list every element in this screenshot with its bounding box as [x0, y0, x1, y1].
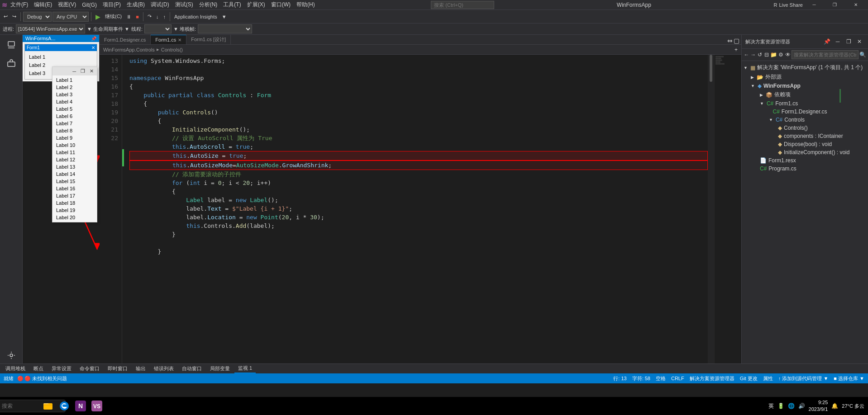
menu-tools[interactable]: 工具(T): [220, 0, 243, 9]
tree-project-root[interactable]: ▼ ◆ WinFormsApp: [742, 82, 868, 90]
popup-label-18[interactable]: Label 18: [52, 199, 97, 207]
status-se[interactable]: 解决方案资源管理器: [690, 375, 734, 382]
tray-battery[interactable]: 🔋: [777, 403, 784, 409]
bottom-tab-auto[interactable]: 自动窗口: [178, 364, 205, 373]
popup-label-19[interactable]: Label 19: [52, 207, 97, 214]
menu-debug[interactable]: 调试(D): [148, 0, 172, 9]
se-pin-button[interactable]: 📌: [822, 37, 832, 47]
editor-scrollbar[interactable]: [708, 55, 714, 363]
tree-controls-class[interactable]: ▼ C# Controls: [742, 116, 868, 124]
tree-initialize[interactable]: ◆ InitializeComponent() : void: [742, 148, 868, 156]
se-refresh-button[interactable]: ↺: [757, 50, 763, 60]
popup-label-6[interactable]: Label 6: [52, 113, 97, 120]
popup-minimize-btn[interactable]: ─: [71, 68, 77, 75]
tray-network[interactable]: 🌐: [788, 403, 795, 409]
toolbar-pause[interactable]: ⏸: [124, 13, 133, 20]
taskbar-vs-icon[interactable]: VS: [90, 399, 104, 413]
menu-window[interactable]: 窗口(W): [268, 0, 293, 9]
debug-config-dropdown[interactable]: Debug: [23, 12, 52, 22]
tree-external-sources[interactable]: ▶ 📂 外部源: [742, 72, 868, 82]
taskbar-explorer-icon[interactable]: [41, 399, 55, 413]
tree-components[interactable]: ◆ components : IContainer: [742, 132, 868, 140]
popup-label-13[interactable]: Label 13: [52, 163, 97, 170]
status-add-code[interactable]: ↑ 添加到源代码管理 ▼: [778, 375, 829, 382]
se-minimize-button[interactable]: ─: [833, 37, 843, 47]
cpu-dropdown[interactable]: Any CPU: [52, 12, 89, 22]
taskbar-notification-btn[interactable]: 🔔: [831, 403, 838, 409]
toolbar-undo[interactable]: ↩: [2, 13, 10, 20]
taskbar-search-input[interactable]: [0, 400, 66, 412]
bottom-tab-callstack[interactable]: 调用堆栈: [2, 364, 29, 373]
breadcrumb-member[interactable]: Controls(): [161, 47, 183, 52]
run-label[interactable]: 继续(C): [103, 12, 124, 21]
popup-restore-btn[interactable]: ❐: [79, 68, 86, 75]
popup-label-16[interactable]: Label 16: [52, 185, 97, 192]
se-forward-button[interactable]: →: [750, 50, 756, 60]
menu-build[interactable]: 生成(B): [124, 0, 148, 9]
popup-label-7[interactable]: Label 7: [52, 120, 97, 127]
bottom-tab-errors[interactable]: 错误列表: [150, 364, 177, 373]
se-preview-button[interactable]: 👁: [785, 50, 791, 60]
popup-label-1[interactable]: Label 1: [52, 76, 97, 84]
menu-analyze[interactable]: 分析(N): [196, 0, 220, 9]
split-editor-button[interactable]: ⇔: [727, 37, 733, 44]
tree-form1-designer[interactable]: C# Form1.Designer.cs: [742, 108, 868, 116]
taskbar-edge-icon[interactable]: [57, 399, 72, 413]
popup-label-11[interactable]: Label 11: [52, 149, 97, 156]
bottom-tab-immediate[interactable]: 即时窗口: [104, 364, 131, 373]
status-properties[interactable]: 属性: [763, 375, 773, 382]
run-button[interactable]: ▶: [94, 13, 102, 20]
se-maximize-button[interactable]: ❐: [844, 37, 854, 47]
form-close-icon[interactable]: ✕: [91, 45, 95, 50]
popup-label-5[interactable]: Label 5: [52, 105, 97, 113]
taskbar-time-display[interactable]: 9:25 2023/9/1: [809, 399, 828, 413]
se-close-button[interactable]: ✕: [854, 37, 864, 47]
app-insights-dropdown[interactable]: ▼: [220, 13, 229, 20]
tree-controls-ctor[interactable]: ◆ Controls(): [742, 124, 868, 132]
popup-close-btn[interactable]: ✕: [88, 68, 95, 75]
menu-file[interactable]: 文件(F): [8, 0, 31, 9]
bottom-tab-exceptions[interactable]: 异常设置: [48, 364, 75, 373]
menu-help[interactable]: 帮助(H): [294, 0, 318, 9]
toolbar-stop[interactable]: ■: [134, 13, 141, 20]
se-properties-button[interactable]: ⚙: [778, 50, 784, 60]
popup-label-17[interactable]: Label 17: [52, 192, 97, 199]
menu-test[interactable]: 测试(S): [172, 0, 196, 9]
sidebar-properties[interactable]: [3, 347, 19, 363]
menu-view[interactable]: 视图(V): [55, 0, 79, 9]
toolbar-step-out[interactable]: ↑: [161, 13, 167, 20]
tree-dependencies[interactable]: ▶ 📦 依赖项: [742, 90, 868, 99]
status-repo[interactable]: ■ 选择仓库 ▼: [834, 375, 864, 382]
code-editor[interactable]: using System.Windows.Forms; namespace Wi…: [124, 55, 708, 363]
se-search-input[interactable]: [792, 50, 858, 59]
popup-label-12[interactable]: Label 12: [52, 156, 97, 163]
tab-form1-designer[interactable]: Form1.Designer.cs: [100, 35, 151, 44]
popup-label-8[interactable]: Label 8: [52, 127, 97, 134]
taskbar-search-button[interactable]: [24, 399, 39, 413]
thread-dropdown[interactable]: [144, 24, 172, 33]
sidebar-server-explorer[interactable]: [3, 37, 19, 53]
se-show-all-files[interactable]: 📁: [770, 50, 777, 60]
popup-label-14[interactable]: Label 14: [52, 170, 97, 178]
stack-dropdown[interactable]: [198, 24, 252, 33]
bottom-tab-command[interactable]: 命令窗口: [76, 364, 103, 373]
popup-label-10[interactable]: Label 10: [52, 141, 97, 149]
tree-solution-root[interactable]: ▼ ▦ 解决方案 'WinFormsApp' (1 个项目, 共 1 个): [742, 63, 868, 72]
tree-program-cs[interactable]: C# Program.cs: [742, 165, 868, 173]
toolbar-step-into[interactable]: ↓: [154, 13, 161, 20]
minimize-button[interactable]: ─: [804, 0, 825, 10]
menu-git[interactable]: Git(G): [79, 1, 100, 9]
se-back-button[interactable]: ←: [744, 50, 749, 60]
menu-project[interactable]: 项目(P): [100, 0, 124, 9]
sidebar-toolbox[interactable]: [3, 55, 19, 71]
bottom-tab-locals[interactable]: 局部变量: [206, 364, 234, 373]
menu-extensions[interactable]: 扩展(X): [244, 0, 268, 9]
tab-form1-cs-close[interactable]: ✕: [178, 38, 181, 42]
live-share-label[interactable]: Live Share: [779, 2, 803, 8]
popup-label-3[interactable]: Label 3: [52, 91, 97, 98]
toolbar-redo[interactable]: ↪: [10, 13, 18, 20]
maximize-editor-button[interactable]: ▢: [734, 37, 739, 44]
bottom-tab-breakpoints[interactable]: 断点: [30, 364, 47, 373]
popup-label-15[interactable]: Label 15: [52, 178, 97, 185]
popup-label-20[interactable]: Label 20: [52, 214, 97, 221]
